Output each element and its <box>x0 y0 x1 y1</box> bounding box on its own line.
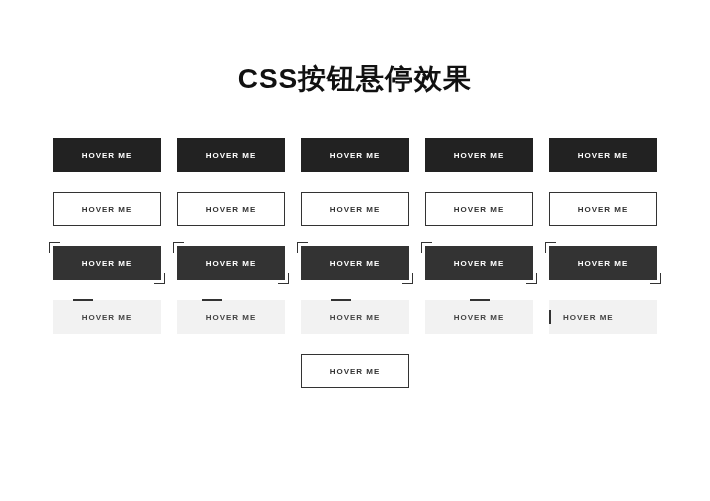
button-row-1: HOVER ME HOVER ME HOVER ME HOVER ME HOVE… <box>40 138 670 172</box>
hover-button[interactable]: HOVER ME <box>425 300 533 334</box>
button-label: HOVER ME <box>454 313 505 322</box>
button-label: HOVER ME <box>563 313 614 322</box>
hover-button[interactable]: HOVER ME <box>177 138 285 172</box>
hover-button[interactable]: HOVER ME <box>549 138 657 172</box>
hover-button[interactable]: HOVER ME <box>301 300 409 334</box>
button-label: HOVER ME <box>330 313 381 322</box>
button-label: HOVER ME <box>206 313 257 322</box>
hover-button[interactable]: HOVER ME <box>177 246 285 280</box>
hover-button[interactable]: HOVER ME <box>425 138 533 172</box>
button-label: HOVER ME <box>82 313 133 322</box>
hover-button[interactable]: HOVER ME <box>53 246 161 280</box>
hover-button[interactable]: HOVER ME <box>425 192 533 226</box>
accent-line <box>202 299 222 301</box>
button-row-4: HOVER ME HOVER ME HOVER ME HOVER ME HOVE… <box>40 300 670 334</box>
accent-line <box>549 310 551 324</box>
button-grid: HOVER ME HOVER ME HOVER ME HOVER ME HOVE… <box>40 138 670 388</box>
hover-button[interactable]: HOVER ME <box>177 192 285 226</box>
hover-button[interactable]: HOVER ME <box>301 138 409 172</box>
hover-button[interactable]: HOVER ME <box>549 300 657 334</box>
hover-button[interactable]: HOVER ME <box>301 192 409 226</box>
button-row-3: HOVER ME HOVER ME HOVER ME HOVER ME HOVE… <box>40 246 670 280</box>
accent-line <box>331 299 351 301</box>
hover-button[interactable]: HOVER ME <box>549 246 657 280</box>
accent-line <box>470 299 490 301</box>
button-row-2: HOVER ME HOVER ME HOVER ME HOVER ME HOVE… <box>40 192 670 226</box>
accent-line <box>73 299 93 301</box>
button-row-5: HOVER ME <box>40 354 670 388</box>
page-title: CSS按钮悬停效果 <box>238 60 473 98</box>
hover-button[interactable]: HOVER ME <box>425 246 533 280</box>
hover-button[interactable]: HOVER ME <box>549 192 657 226</box>
hover-button[interactable]: HOVER ME <box>53 138 161 172</box>
hover-button[interactable]: HOVER ME <box>177 300 285 334</box>
hover-button[interactable]: HOVER ME <box>301 354 409 388</box>
hover-button[interactable]: HOVER ME <box>301 246 409 280</box>
hover-button[interactable]: HOVER ME <box>53 192 161 226</box>
hover-button[interactable]: HOVER ME <box>53 300 161 334</box>
